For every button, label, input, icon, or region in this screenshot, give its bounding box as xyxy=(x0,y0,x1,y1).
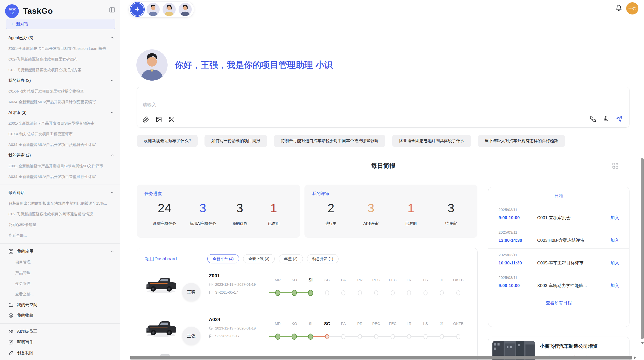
agent-avatar[interactable] xyxy=(163,3,176,16)
user-avatar[interactable]: 王强 xyxy=(626,2,638,14)
send-icon[interactable] xyxy=(616,116,623,122)
sidebar-item-cloud-space[interactable]: 我的云空间 xyxy=(0,299,120,310)
task-item[interactable]: C02-飞腾新能源轻客改款项目立项汇报方案 xyxy=(0,65,120,75)
milestone-dot[interactable] xyxy=(292,290,297,296)
schedule-item[interactable]: 2025/03/11 9:00-10:00 X003-车辆动力学性能验... 加… xyxy=(488,271,629,294)
milestone-dot[interactable] xyxy=(407,334,411,339)
task-item[interactable]: C0X4-动力总成开发项目工程变更评审 xyxy=(0,129,120,139)
task-item[interactable]: C02-飞腾新能源轻客改款项目里程碑画布 xyxy=(0,54,120,65)
agent-avatar[interactable] xyxy=(147,3,160,16)
tab-new-body[interactable]: 全新上装 (3) xyxy=(243,254,275,263)
milestone-dot[interactable] xyxy=(456,334,460,339)
attachment-icon[interactable] xyxy=(143,116,149,123)
milestone-dot[interactable] xyxy=(391,290,395,295)
section-my-apps[interactable]: 我的应用 xyxy=(0,246,120,257)
app-item-product-mgmt[interactable]: 产品管理 xyxy=(0,267,120,278)
chevron-up-icon[interactable] xyxy=(110,110,114,115)
vertical-scrollbar[interactable] xyxy=(641,158,644,339)
milestone-dot[interactable] xyxy=(275,334,280,340)
tab-all-new-platform[interactable]: 全新平台 (4) xyxy=(207,254,239,263)
task-item[interactable]: Z001-全新燃油轻卡产品开发项目SI节点属性5D文件评审 xyxy=(0,161,120,171)
task-item[interactable]: A034-全新新能源MUV产品开发项目造型可行性评审 xyxy=(0,171,120,182)
sidebar-item-ai-super-staff[interactable]: AI超级员工 xyxy=(0,326,120,337)
app-item-project-mgmt[interactable]: 项目管理 xyxy=(0,257,120,267)
task-item[interactable]: C0X4-动力总成开发项目SI里程碑提交物检查 xyxy=(0,86,120,97)
milestone-dot[interactable] xyxy=(341,290,345,295)
notifications-bell-icon[interactable] xyxy=(616,5,622,11)
chevron-up-icon[interactable] xyxy=(110,190,114,195)
milestone-dot[interactable] xyxy=(391,334,395,339)
chevron-up-icon[interactable] xyxy=(110,78,114,83)
sidebar-collapse-icon[interactable] xyxy=(109,7,115,13)
section-agent-done[interactable]: Agent已办 (3) xyxy=(0,33,120,43)
milestone-dot[interactable] xyxy=(275,290,280,296)
join-meeting-link[interactable]: 加入 xyxy=(610,283,619,289)
layout-grid-icon[interactable] xyxy=(612,162,619,169)
milestone-dot[interactable] xyxy=(325,290,329,295)
schedule-item[interactable]: 2025/03/11 10:30-11:30 C005-整车工程目标评审 加入 xyxy=(488,249,629,271)
section-ai-review[interactable]: AI评审 (3) xyxy=(0,107,120,118)
view-all-chats[interactable]: 查看全部... xyxy=(0,230,120,241)
scroll-down-arrow[interactable] xyxy=(641,342,644,344)
task-item[interactable]: A034-全新新能源MUV产品开发项目计划变更表编写 xyxy=(0,97,120,107)
recent-chat-item[interactable]: 解释最新出台的欧盟报废车法规再生塑料比例被调至15%... xyxy=(0,198,120,209)
project-row[interactable]: 王强 A034 2023-12-19 ~ 2026-01-19 SC-2025-… xyxy=(137,313,477,353)
chevron-up-icon[interactable] xyxy=(110,153,114,158)
milestone-dot[interactable] xyxy=(358,290,362,295)
suggestion-chip[interactable]: 比亚迪全固态电池计划具体说了什么 xyxy=(392,135,471,147)
schedule-item[interactable]: 2025/03/11 9:00-10:00 C001-立项审批会 加入 xyxy=(488,203,629,226)
milestone-dot[interactable] xyxy=(374,290,378,295)
agent-avatar[interactable] xyxy=(179,3,192,16)
sidebar-item-creative-draw[interactable]: 创意制图 xyxy=(0,348,120,358)
sidebar-item-favorites[interactable]: 我的收藏 xyxy=(0,310,120,321)
image-upload-icon[interactable] xyxy=(156,116,162,123)
voice-call-icon[interactable] xyxy=(590,116,596,122)
task-item[interactable]: Z001-全新燃油皮卡产品开发项目SI节点Lesson Learn报告 xyxy=(0,43,120,54)
scissors-icon[interactable] xyxy=(169,116,175,123)
milestone-dot[interactable] xyxy=(308,290,313,296)
section-recent-chats[interactable]: 最近对话 xyxy=(0,187,120,198)
scroll-right-arrow[interactable] xyxy=(634,356,636,359)
milestone-dot[interactable] xyxy=(374,334,378,339)
app-item-change-mgmt[interactable]: 变更管理 xyxy=(0,278,120,289)
milestone-dot[interactable] xyxy=(358,334,362,339)
schedule-item[interactable]: 2025/03/11 13:00-14:30 C003|H0B-方案冻结评审 加… xyxy=(488,226,629,249)
chevron-up-icon[interactable] xyxy=(110,36,114,40)
milestone-dot[interactable] xyxy=(292,334,297,340)
project-dashboard-card: 项目Dashboard 全新平台 (4) 全新上装 (3) 年型 (2) 动总开… xyxy=(137,248,478,360)
suggestion-chip[interactable]: 欧洲新规最近颁布了什么? xyxy=(137,135,198,147)
milestone-dot[interactable] xyxy=(423,334,428,339)
section-my-review[interactable]: 我的评审 (2) xyxy=(0,150,120,161)
project-row[interactable]: 王强 Z001 2023-12-19 ~ 2027-01-19 SI-2025-… xyxy=(137,269,477,310)
task-item[interactable]: A034-全新新能源MUV产品开发项目法规符合性评审 xyxy=(0,139,120,150)
view-all-apps[interactable]: 查看全部... xyxy=(0,289,120,299)
milestone-dot[interactable] xyxy=(308,334,313,340)
join-meeting-link[interactable]: 加入 xyxy=(610,237,619,243)
recent-chat-item[interactable]: 公司Q3轻卡销量 xyxy=(0,219,120,230)
join-meeting-link[interactable]: 加入 xyxy=(610,215,619,221)
view-all-schedule-link[interactable]: 查看所有日程 xyxy=(488,294,629,312)
milestone-dot[interactable] xyxy=(440,334,444,339)
new-chat-button[interactable]: + 新对话 xyxy=(6,19,115,29)
milestone-dot[interactable] xyxy=(456,290,460,295)
suggestion-chip[interactable]: 当下年轻人对汽车外观有怎样的喜好趋势 xyxy=(478,135,565,147)
task-item[interactable]: Z001-全新燃油轻卡产品开发项目SI造型提交物评审 xyxy=(0,118,120,129)
recent-chat-item[interactable]: C02-飞腾新能源轻客改款项目的闭环通告反馈情况 xyxy=(0,209,120,219)
sidebar-item-help-write[interactable]: 帮我写作 xyxy=(0,337,120,348)
milestone-dot[interactable] xyxy=(423,290,428,295)
tab-powertrain-dev[interactable]: 动总开发 (1) xyxy=(307,254,339,263)
chat-input-box[interactable]: 请输入... xyxy=(137,87,630,128)
milestone-dot[interactable] xyxy=(341,334,345,339)
milestone-dot[interactable] xyxy=(407,290,411,295)
milestone-dot[interactable] xyxy=(440,290,444,295)
milestone-dot[interactable] xyxy=(325,334,329,339)
suggestion-chip[interactable]: 特朗普可能对进口汽车增税会对中国车企造成哪些影响 xyxy=(274,135,385,147)
add-agent-button[interactable] xyxy=(131,3,144,16)
horizontal-scrollbar[interactable] xyxy=(130,356,632,359)
section-my-todo[interactable]: 我的待办 (2) xyxy=(0,75,120,86)
tab-year-model[interactable]: 年型 (2) xyxy=(279,254,303,263)
suggestion-chip[interactable]: 如何写一份清晰的项目周报 xyxy=(204,135,267,147)
microphone-icon[interactable] xyxy=(603,116,609,122)
join-meeting-link[interactable]: 加入 xyxy=(610,260,619,266)
chevron-up-icon[interactable] xyxy=(110,249,114,254)
